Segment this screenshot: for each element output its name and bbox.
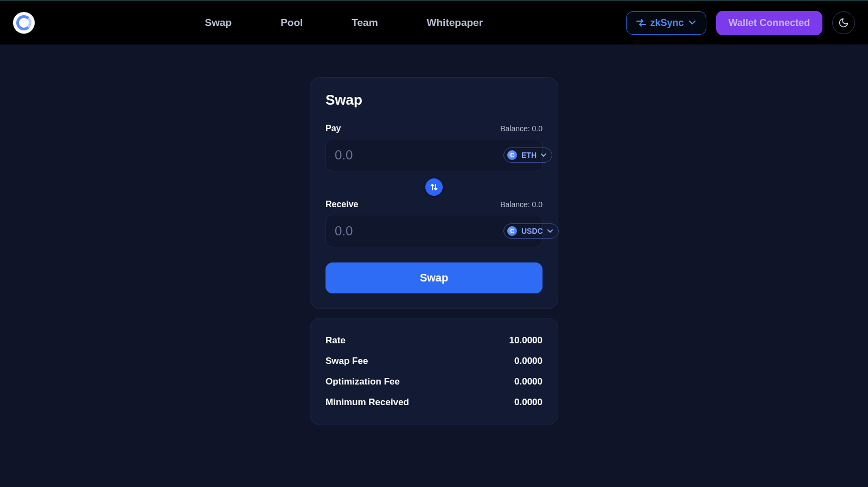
top-bar: Swap Pool Team Whitepaper zkSync Wallet … — [0, 0, 868, 44]
logo-icon — [16, 15, 31, 30]
theme-toggle[interactable] — [832, 11, 855, 34]
info-value: 10.0000 — [509, 335, 542, 346]
nav-pool[interactable]: Pool — [280, 17, 303, 29]
receive-input-row: C USDC — [326, 215, 542, 247]
receive-header: Receive Balance: 0.0 — [326, 200, 542, 209]
token-icon: C — [507, 150, 517, 160]
pay-label: Pay — [326, 124, 341, 133]
chevron-down-icon — [547, 228, 553, 234]
receive-token-label: USDC — [521, 227, 543, 235]
chevron-down-icon — [541, 152, 546, 158]
nav-swap[interactable]: Swap — [205, 17, 232, 29]
info-row-swap-fee: Swap Fee 0.0000 — [326, 351, 542, 371]
token-icon: C — [507, 226, 517, 236]
info-label: Minimum Received — [326, 397, 409, 408]
pay-balance: Balance: 0.0 — [500, 124, 542, 133]
header-right: zkSync Wallet Connected — [626, 11, 855, 35]
chevron-down-icon — [688, 20, 696, 25]
pay-header: Pay Balance: 0.0 — [326, 124, 542, 133]
info-value: 0.0000 — [514, 376, 542, 387]
swap-card: Swap Pay Balance: 0.0 C ETH — [310, 77, 558, 309]
swap-vertical-icon — [430, 183, 438, 191]
info-row-min-received: Minimum Received 0.0000 — [326, 392, 542, 413]
card-title: Swap — [326, 92, 542, 108]
swap-button[interactable]: Swap — [326, 262, 542, 293]
main-nav: Swap Pool Team Whitepaper — [73, 17, 615, 29]
pay-amount-input[interactable] — [334, 147, 498, 163]
main-area: Swap Pay Balance: 0.0 C ETH — [0, 44, 868, 425]
pay-token-selector[interactable]: C ETH — [503, 148, 552, 163]
swap-arrows-icon — [636, 19, 646, 27]
pay-token-label: ETH — [521, 151, 537, 159]
nav-whitepaper[interactable]: Whitepaper — [427, 17, 483, 29]
wallet-button[interactable]: Wallet Connected — [716, 11, 822, 35]
pay-input-row: C ETH — [326, 139, 542, 171]
swap-divider — [326, 176, 542, 198]
logo[interactable] — [13, 12, 35, 34]
info-value: 0.0000 — [514, 397, 542, 408]
info-label: Rate — [326, 335, 346, 346]
receive-token-selector[interactable]: C USDC — [503, 223, 559, 239]
network-selector[interactable]: zkSync — [626, 11, 706, 35]
info-row-rate: Rate 10.0000 — [326, 330, 542, 351]
receive-amount-input[interactable] — [334, 223, 498, 239]
moon-icon — [838, 17, 849, 28]
receive-balance: Balance: 0.0 — [500, 200, 542, 209]
info-label: Optimization Fee — [326, 376, 400, 387]
swap-direction-button[interactable] — [425, 178, 443, 196]
info-value: 0.0000 — [514, 356, 542, 367]
info-card: Rate 10.0000 Swap Fee 0.0000 Optimizatio… — [310, 318, 558, 425]
nav-team[interactable]: Team — [352, 17, 378, 29]
info-label: Swap Fee — [326, 356, 368, 367]
network-label: zkSync — [650, 17, 684, 29]
info-row-optimization-fee: Optimization Fee 0.0000 — [326, 371, 542, 392]
receive-label: Receive — [326, 200, 359, 209]
